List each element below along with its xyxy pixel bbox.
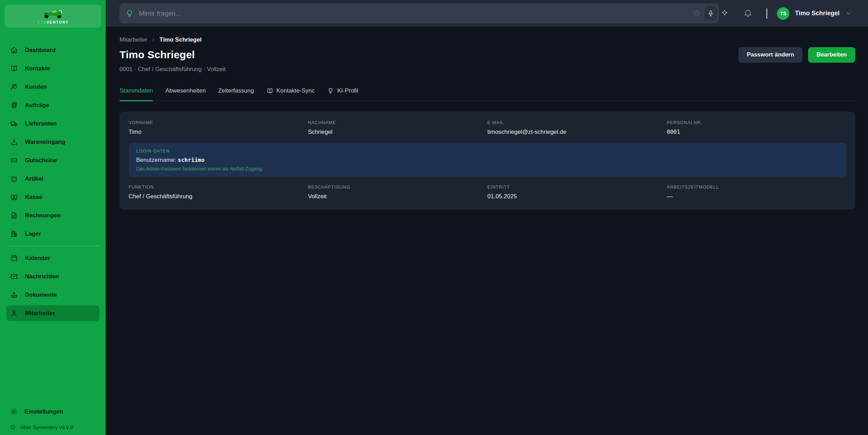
field-label: VORNAME — [129, 120, 308, 125]
tab-label: Abwesenheiten — [165, 87, 205, 94]
username-value: schriimo — [178, 157, 204, 163]
tab-kontakte-sync[interactable]: Kontakte-Sync — [266, 86, 315, 101]
sidebar-item-artikel[interactable]: Artikel — [6, 171, 99, 186]
notifications-bell-icon[interactable] — [743, 9, 753, 18]
sidebar-item-label: Kunden — [25, 84, 47, 90]
sidebar-nav: Dashboard Kontakte Kunden Aufträge Liefe… — [6, 42, 99, 324]
sidebar-item-auftraege[interactable]: Aufträge — [6, 97, 99, 113]
user-icon — [10, 309, 18, 317]
tab-label: Stammdaten — [120, 87, 153, 94]
edit-button[interactable]: Bearbeiten — [808, 47, 855, 63]
field-label: E-MAIL — [488, 120, 667, 125]
username-label: Benutzername: — [136, 157, 176, 163]
search-input[interactable] — [139, 10, 693, 17]
card-row-2: FUNKTION Chef / Geschäftsführung BESCHÄF… — [129, 184, 846, 200]
sidebar-item-nachrichten[interactable]: Nachrichten — [6, 269, 99, 284]
tab-stammdaten[interactable]: Stammdaten — [120, 86, 153, 101]
breadcrumb-current: Timo Schriegel — [159, 36, 202, 43]
sidebar-item-dokumente[interactable]: Dokumente — [6, 287, 99, 303]
sidebar-divider — [7, 246, 99, 246]
inbox-down-icon — [10, 291, 18, 299]
field-label: FUNKTION — [129, 184, 308, 190]
login-daten-label: LOGIN-DATEN — [136, 148, 839, 154]
users-icon — [10, 83, 18, 91]
sidebar-item-label: Artikel — [25, 175, 43, 182]
motorcycle-icon — [41, 8, 65, 20]
sidebar-item-mitarbeiter[interactable]: Mitarbeiter — [6, 305, 99, 321]
info-icon — [10, 424, 16, 430]
app-root: SYNVENTORY Dashboard Kontakte Kunden Auf… — [0, 0, 868, 435]
storage-box-icon — [10, 175, 18, 183]
field-value: Schriegel — [308, 129, 488, 136]
sidebar-item-gutscheine[interactable]: Gutscheine — [6, 153, 99, 168]
breadcrumb-mitarbeiter[interactable]: Mitarbeiter — [120, 36, 147, 43]
page-title: Timo Schriegel — [120, 49, 195, 61]
truck-icon — [10, 120, 18, 128]
field-value: 01.05.2025 — [488, 193, 667, 200]
field-label: EINTRITT — [488, 184, 667, 190]
page-subtitle: 0001 · Chef / Geschäftsführung · Vollzei… — [120, 66, 855, 73]
sidebar-item-lager[interactable]: Lager — [6, 226, 99, 242]
field-nachname: NACHNAME Schriegel — [308, 120, 488, 136]
field-value: 0001 — [667, 129, 846, 135]
sidebar-item-kasse[interactable]: Kasse — [6, 189, 99, 205]
tab-label: KI-Profil — [337, 87, 358, 94]
sidebar-item-label: Wareneingang — [25, 139, 65, 146]
download-tray-icon — [10, 138, 18, 146]
field-funktion: FUNKTION Chef / Geschäftsführung — [129, 184, 308, 200]
sidebar-item-label: Kontakte — [25, 65, 50, 72]
sidebar-item-kontakte[interactable]: Kontakte — [6, 61, 99, 76]
invoice-icon — [10, 211, 18, 219]
emoji-icon[interactable] — [693, 10, 700, 17]
field-label: ARBEITSZEITMODELL — [667, 184, 846, 190]
lightbulb-icon — [125, 9, 134, 18]
brand-name: SYNVENTORY — [37, 20, 69, 24]
sparkle-icon[interactable] — [720, 9, 729, 18]
main-content: Mitarbeiter Timo Schriegel Timo Schriege… — [106, 27, 868, 435]
field-vorname: VORNAME Timo — [129, 120, 308, 136]
ticket-icon — [10, 156, 18, 164]
change-password-button[interactable]: Passwort ändern — [738, 47, 803, 63]
about-version[interactable]: Über Synventory v0.9.0 — [6, 422, 99, 430]
sidebar-item-label: Dokumente — [25, 292, 57, 298]
tab-ki-profil[interactable]: KI-Profil — [327, 86, 358, 101]
avatar: TS — [777, 7, 789, 20]
stammdaten-card: VORNAME Timo NACHNAME Schriegel E-MAIL t… — [120, 112, 855, 210]
field-email: E-MAIL timoschriegel@zt-schriegel.de — [488, 120, 667, 136]
field-personalnr: PERSONALNR. 0001 — [667, 120, 846, 136]
sidebar-item-dashboard[interactable]: Dashboard — [6, 42, 99, 58]
mail-icon — [10, 272, 18, 280]
sidebar-item-label: Lager — [25, 230, 41, 237]
user-menu[interactable]: TS Timo Schriegel — [777, 7, 852, 20]
page-actions: Passwort ändern Bearbeiten — [738, 47, 855, 63]
topbar-actions: TS Timo Schriegel — [720, 0, 868, 27]
field-beschaeftigung: BESCHÄFTIGUNG Vollzeit — [308, 184, 488, 200]
sidebar-item-label: Gutscheine — [25, 157, 57, 164]
sidebar-item-label: Nachrichten — [25, 273, 59, 280]
app-logo[interactable]: SYNVENTORY — [5, 5, 101, 28]
page-header: Timo Schriegel Passwort ändern Bearbeite… — [120, 47, 855, 62]
gear-icon — [10, 408, 18, 416]
field-value: Chef / Geschäftsführung — [129, 193, 308, 200]
sidebar-item-einstellungen[interactable]: Einstellungen — [6, 404, 99, 419]
sidebar-item-label: Dashboard — [25, 47, 56, 54]
sidebar-item-rechnungen[interactable]: Rechnungen — [6, 208, 99, 223]
sidebar-item-label: Kalender — [25, 255, 50, 262]
assistant-search-bar[interactable] — [120, 3, 719, 23]
tab-label: Zeiterfassung — [218, 87, 254, 94]
topbar-divider — [766, 8, 767, 19]
building-icon — [10, 230, 18, 238]
sidebar-item-wareneingang[interactable]: Wareneingang — [6, 134, 99, 150]
lightbulb-icon — [327, 87, 334, 94]
clipboard-icon — [10, 101, 18, 109]
sidebar-item-label: Kasse — [25, 194, 42, 201]
tab-zeiterfassung[interactable]: Zeiterfassung — [218, 86, 254, 101]
tab-abwesenheiten[interactable]: Abwesenheiten — [165, 86, 205, 101]
field-label: PERSONALNR. — [667, 120, 846, 125]
book-open-icon — [266, 87, 273, 94]
sidebar-item-lieferanten[interactable]: Lieferanten — [6, 116, 99, 131]
chevron-right-icon — [151, 37, 156, 43]
sidebar-item-kunden[interactable]: Kunden — [6, 79, 99, 95]
sidebar-item-kalender[interactable]: Kalender — [6, 250, 99, 266]
microphone-button[interactable] — [704, 7, 717, 20]
